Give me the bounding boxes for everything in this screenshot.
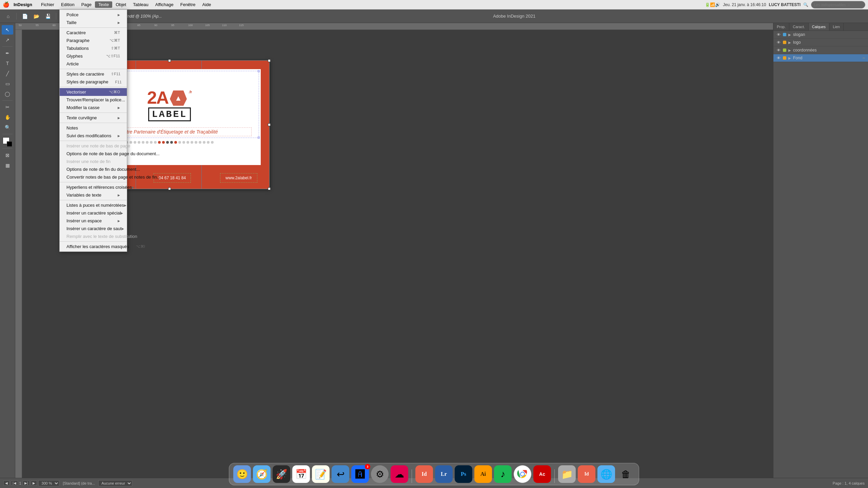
dock-chrome[interactable]	[514, 465, 531, 483]
menu-aide[interactable]: Aide	[199, 1, 215, 8]
tab-prop[interactable]: Prop.	[773, 23, 789, 30]
menu-trouver-police[interactable]: Trouver/Remplacer la police...	[60, 96, 127, 104]
menu-hyperliens[interactable]: Hyperliens et références croisées	[60, 183, 127, 191]
dock-lightroom[interactable]: Lr	[435, 465, 453, 483]
layer-coordonnees[interactable]: 👁 ▶ coordonnées	[773, 46, 868, 54]
tab-caract[interactable]: Caract.	[789, 23, 808, 30]
menu-notes[interactable]: Notes	[60, 124, 127, 132]
page-start-btn[interactable]: |◀	[11, 481, 18, 486]
menu-texte[interactable]: Texte	[95, 1, 112, 8]
menu-objet[interactable]: Objet	[112, 1, 130, 8]
frame-tool[interactable]: ⊠	[2, 150, 13, 160]
handle-tr[interactable]	[268, 59, 271, 62]
menu-fichier[interactable]: Fichier	[38, 1, 58, 8]
handle-mr[interactable]	[268, 123, 271, 126]
layer-expand-fond[interactable]: ▶	[788, 56, 791, 60]
menu-suivi-modifications[interactable]: Suivi des modifications	[60, 132, 127, 140]
layer-fond[interactable]: 👁 ▶ Fond ✏	[773, 54, 868, 62]
menu-tabulations[interactable]: Tabulations ⇧⌘T	[60, 44, 127, 52]
next-page-btn[interactable]: ▶	[31, 481, 37, 486]
menu-listes[interactable]: Listes à puces et numérotées	[60, 201, 127, 209]
layer-slogan[interactable]: 👁 ▶ slogan	[773, 31, 868, 39]
zoom-select[interactable]: 300 % 100 % 150 % 200 %	[38, 480, 59, 486]
tab-lien[interactable]: Lien	[829, 23, 844, 30]
menu-vectoriser[interactable]: Vectoriser ⌥⌘O	[60, 88, 127, 96]
prev-page-btn[interactable]: ◀	[3, 481, 9, 486]
menu-options-note-fin[interactable]: Options de note de fin du document...	[60, 165, 127, 173]
menu-modifier-casse[interactable]: Modifier la casse	[60, 104, 127, 111]
menu-convertir-notes[interactable]: Convertir notes de bas de page et notes …	[60, 173, 127, 181]
dock-trash[interactable]: 🗑	[617, 465, 635, 483]
dock-notes[interactable]: 📝	[312, 465, 330, 483]
handle-br[interactable]	[268, 187, 271, 190]
menu-paragraphe[interactable]: Paragraphe ⌥⌘T	[60, 37, 127, 44]
menu-fenetre[interactable]: Fenêtre	[177, 1, 199, 8]
apple-menu[interactable]: 🍎	[3, 1, 9, 8]
rect-tool[interactable]: ▭	[2, 79, 13, 88]
layer-expand-coordonnees[interactable]: ▶	[788, 48, 791, 52]
handle-tc[interactable]	[168, 59, 171, 62]
page-end-btn[interactable]: ▶|	[23, 481, 30, 486]
inner-handle-tr[interactable]	[258, 70, 260, 72]
save-btn[interactable]: 💾	[43, 12, 53, 21]
layer-eye-fond[interactable]: 👁	[776, 56, 781, 60]
menu-police[interactable]: Police	[60, 11, 127, 19]
dock-calendar[interactable]: 📅	[292, 465, 310, 483]
menu-inserer-special[interactable]: Insérer un caractère spécial	[60, 209, 127, 217]
menu-article[interactable]: Article	[60, 60, 127, 68]
layer-eye-slogan[interactable]: 👁	[776, 32, 781, 37]
menu-taille[interactable]: Taille	[60, 19, 127, 26]
dock-spotify[interactable]: ♪	[494, 465, 512, 483]
pen-tool[interactable]: ✒	[2, 48, 13, 58]
line-tool[interactable]: ╱	[2, 69, 13, 78]
menu-inserer-saut[interactable]: Insérer un caractère de saut	[60, 225, 127, 232]
dock-transfer[interactable]: ↩	[332, 465, 349, 483]
search-input[interactable]	[811, 1, 865, 8]
layer-eye-logo[interactable]: 👁	[776, 40, 781, 45]
dock-illustrator[interactable]: Ai	[474, 465, 492, 483]
menu-styles-paragraphe[interactable]: Styles de paragraphe F11	[60, 78, 127, 86]
scissors-tool[interactable]: ✂	[2, 102, 13, 112]
dock-launchpad[interactable]: 🚀	[273, 465, 290, 483]
color-selector[interactable]	[3, 137, 12, 147]
dock-browser2[interactable]: 🌐	[597, 465, 615, 483]
dock-files[interactable]: 📁	[558, 465, 576, 483]
menu-edition[interactable]: Edition	[58, 1, 78, 8]
dock-creative-cloud[interactable]: ☁	[391, 465, 408, 483]
home-btn[interactable]: ⌂	[3, 12, 13, 21]
type-tool[interactable]: T	[2, 59, 13, 68]
dock-indesign[interactable]: Id	[415, 465, 433, 483]
dock-acrobat[interactable]: Ac	[533, 465, 551, 483]
menu-variables[interactable]: Variables de texte	[60, 191, 127, 199]
menu-glyphes[interactable]: Glyphes ⌥⇧F11	[60, 52, 127, 60]
dock-indesign2[interactable]: Id	[578, 465, 595, 483]
direct-select-tool[interactable]: ↗	[2, 35, 13, 45]
menu-texte-curviligne[interactable]: Texte curviligne	[60, 114, 127, 122]
menu-tableau[interactable]: Tableau	[130, 1, 152, 8]
open-btn[interactable]: 📂	[32, 12, 41, 21]
layer-eye-coordonnees[interactable]: 👁	[776, 48, 781, 53]
ellipse-tool[interactable]: ◯	[2, 89, 13, 99]
layer-expand-logo[interactable]: ▶	[788, 41, 791, 44]
gradient-tool[interactable]: ▦	[2, 161, 13, 170]
background-color[interactable]	[7, 141, 12, 147]
menu-options-note-bas[interactable]: Options de note de bas de page du docume…	[60, 150, 127, 158]
menu-inserer-espace[interactable]: Insérer un espace	[60, 217, 127, 225]
select-tool[interactable]: ↖	[2, 25, 13, 35]
error-select[interactable]: Aucune erreur	[98, 480, 132, 486]
inner-handle-br[interactable]	[258, 137, 260, 139]
zoom-tool[interactable]: 🔍	[2, 123, 13, 132]
layer-expand-slogan[interactable]: ▶	[788, 33, 791, 37]
dock-finder[interactable]: 🙂	[233, 465, 251, 483]
dock-sysprefs[interactable]: ⚙	[371, 465, 389, 483]
menu-affichage[interactable]: Affichage	[152, 1, 177, 8]
canvas-area[interactable]: 2A ▲ .fr LABEL Votre Partenaire d'Étique…	[22, 30, 773, 469]
dock-safari[interactable]: 🧭	[253, 465, 271, 483]
dock-photoshop[interactable]: Ps	[455, 465, 472, 483]
tab-calques[interactable]: Calques	[809, 23, 829, 30]
menu-page[interactable]: Page	[78, 1, 95, 8]
hand-tool[interactable]: ✋	[2, 113, 13, 122]
layer-logo[interactable]: 👁 ▶ logo	[773, 39, 868, 46]
menu-afficher-masques[interactable]: Afficher les caractères masqués ⌥⌘I	[60, 243, 127, 250]
new-btn[interactable]: 📄	[20, 12, 29, 21]
